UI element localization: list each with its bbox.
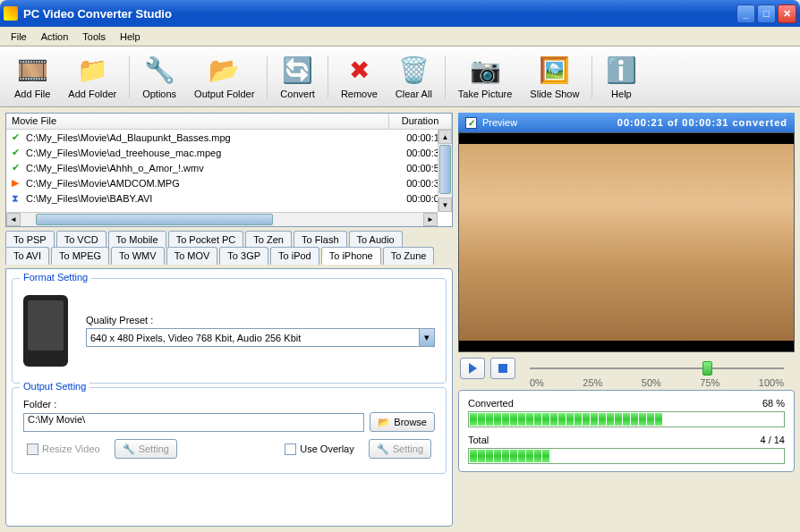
tab-to-flash[interactable]: To Flash bbox=[294, 231, 347, 248]
menu-tools[interactable]: Tools bbox=[75, 30, 113, 44]
preview-status: 00:00:21 of 00:00:31 converted bbox=[617, 117, 787, 128]
file-list[interactable]: Movie File Duration ✔C:\My_Files\Movie\A… bbox=[5, 113, 453, 227]
tab-to-mobile[interactable]: To Mobile bbox=[108, 231, 166, 248]
status-icon: ✔ bbox=[8, 162, 22, 174]
add-folder-button[interactable]: 📁Add Folder bbox=[59, 51, 125, 103]
tab-to-vcd[interactable]: To VCD bbox=[56, 231, 106, 248]
tab-to-mpeg[interactable]: To MPEG bbox=[51, 247, 109, 265]
wrench-icon: 🔧 bbox=[123, 443, 135, 455]
minimize-button[interactable]: _ bbox=[736, 4, 755, 23]
slideshow-icon: 🖼️ bbox=[539, 55, 571, 87]
tab-to-zen[interactable]: To Zen bbox=[245, 231, 292, 248]
chevron-down-icon: ▾ bbox=[419, 329, 434, 346]
preview-checkbox[interactable]: ✓ bbox=[465, 117, 477, 129]
remove-button[interactable]: ✖Remove bbox=[332, 51, 387, 103]
app-icon bbox=[4, 6, 18, 21]
table-row[interactable]: ⧗C:\My_Files\Movie\BABY.AVI00:00:04 bbox=[6, 190, 452, 206]
table-row[interactable]: ✔C:\My_Files\Movie\Ahhh_o_Amor_!.wmv00:0… bbox=[6, 160, 452, 175]
file-name: C:\My_Files\Movie\AMDCOM.MPG bbox=[24, 178, 389, 189]
separator bbox=[445, 55, 446, 98]
menu-help[interactable]: Help bbox=[113, 30, 148, 44]
tab-to-psp[interactable]: To PSP bbox=[5, 231, 55, 248]
folder-icon: 📁 bbox=[76, 55, 108, 87]
format-legend: Format Setting bbox=[20, 272, 91, 283]
window-title: PC Video Converter Studio bbox=[23, 7, 736, 21]
stop-icon bbox=[498, 364, 507, 373]
status-icon: ✔ bbox=[8, 131, 22, 144]
take-picture-button[interactable]: 📷Take Picture bbox=[449, 51, 522, 103]
col-duration[interactable]: Duration bbox=[389, 114, 452, 129]
play-button[interactable] bbox=[460, 358, 485, 379]
menu-file[interactable]: File bbox=[4, 30, 34, 44]
folder-label: Folder : bbox=[23, 399, 435, 410]
remove-icon: ✖ bbox=[343, 55, 375, 87]
output-folder-button[interactable]: 📂Output Folder bbox=[185, 51, 263, 103]
status-icon: ▶ bbox=[8, 177, 22, 190]
titlebar: PC Video Converter Studio _ □ ✕ bbox=[0, 0, 800, 27]
separator bbox=[129, 55, 130, 98]
format-setting-group: Format Setting Quality Preset : 640 x 48… bbox=[12, 278, 447, 384]
tab-to-pocket-pc[interactable]: To Pocket PC bbox=[168, 231, 244, 248]
toolbar: 🎞️Add File 📁Add Folder 🔧Options 📂Output … bbox=[0, 46, 800, 107]
output-setting-group: Output Setting Folder : C:\My Movie\ 📂Br… bbox=[12, 387, 447, 474]
tab-to-iphone[interactable]: To iPhone bbox=[321, 247, 381, 265]
maximize-button[interactable]: □ bbox=[757, 4, 776, 23]
col-movie-file[interactable]: Movie File bbox=[6, 114, 389, 129]
tab-to-zune[interactable]: To Zune bbox=[383, 247, 435, 265]
close-button[interactable]: ✕ bbox=[778, 4, 796, 23]
use-overlay-checkbox[interactable]: Use Overlay bbox=[285, 443, 354, 455]
overlay-setting-button: 🔧Setting bbox=[369, 439, 431, 459]
output-folder-input[interactable]: C:\My Movie\ bbox=[23, 413, 364, 432]
folder-open-icon: 📂 bbox=[378, 417, 390, 428]
tab-to-wmv[interactable]: To WMV bbox=[111, 247, 165, 265]
file-name: C:\My_Files\Movie\Ad_Blaupunkt_Basses.mp… bbox=[24, 132, 389, 143]
tab-to-mov[interactable]: To MOV bbox=[166, 247, 218, 265]
tab-to-ipod[interactable]: To iPod bbox=[270, 247, 319, 265]
table-row[interactable]: ✔C:\My_Files\Movie\ad_treehouse_mac.mpeg… bbox=[6, 145, 452, 160]
help-button[interactable]: ℹ️Help bbox=[596, 51, 646, 103]
file-list-header: Movie File Duration bbox=[6, 114, 452, 130]
slide-show-button[interactable]: 🖼️Slide Show bbox=[521, 51, 588, 103]
output-folder-icon: 📂 bbox=[209, 55, 241, 87]
file-name: C:\My_Files\Movie\Ahhh_o_Amor_!.wmv bbox=[24, 163, 389, 173]
total-label: Total bbox=[468, 435, 489, 445]
converted-value: 68 % bbox=[762, 398, 785, 409]
menu-action[interactable]: Action bbox=[34, 30, 76, 44]
browse-button[interactable]: 📂Browse bbox=[370, 412, 435, 432]
resize-setting-button: 🔧Setting bbox=[115, 439, 177, 459]
film-icon: 🎞️ bbox=[16, 55, 48, 87]
help-icon: ℹ️ bbox=[605, 55, 637, 87]
wrench-icon: 🔧 bbox=[377, 443, 389, 455]
options-button[interactable]: 🔧Options bbox=[133, 51, 185, 103]
scrollbar-horizontal[interactable]: ◄► bbox=[6, 212, 438, 226]
separator bbox=[591, 55, 592, 98]
stop-button[interactable] bbox=[490, 358, 515, 379]
tab-to-avi[interactable]: To AVI bbox=[5, 247, 49, 265]
device-iphone-icon bbox=[23, 295, 68, 367]
separator bbox=[267, 55, 268, 98]
convert-button[interactable]: 🔄Convert bbox=[271, 51, 324, 103]
status-icon: ✔ bbox=[8, 147, 22, 159]
total-value: 4 / 14 bbox=[760, 435, 785, 445]
quality-preset-select[interactable]: 640 x 480 Pixels, Video 768 Kbit, Audio … bbox=[86, 328, 435, 347]
file-name: C:\My_Files\Movie\BABY.AVI bbox=[24, 193, 389, 204]
clear-icon: 🗑️ bbox=[397, 55, 430, 87]
tab-to-audio[interactable]: To Audio bbox=[349, 231, 403, 248]
separator bbox=[328, 55, 328, 98]
status-icon: ⧗ bbox=[8, 192, 22, 205]
progress-panel: Converted 68 % Total 4 / 14 bbox=[458, 390, 795, 472]
scrollbar-vertical[interactable]: ▲▼ bbox=[438, 130, 452, 212]
table-row[interactable]: ✔C:\My_Files\Movie\Ad_Blaupunkt_Basses.m… bbox=[6, 130, 452, 145]
output-legend: Output Setting bbox=[20, 381, 89, 392]
menubar: File Action Tools Help bbox=[0, 27, 800, 46]
clear-all-button[interactable]: 🗑️Clear All bbox=[387, 51, 441, 103]
table-row[interactable]: ▶C:\My_Files\Movie\AMDCOM.MPG00:00:31 bbox=[6, 175, 452, 190]
converted-label: Converted bbox=[468, 398, 514, 409]
add-file-button[interactable]: 🎞️Add File bbox=[5, 51, 59, 103]
seek-slider[interactable]: 0%25%50%75%100% bbox=[530, 359, 784, 377]
quality-preset-label: Quality Preset : bbox=[86, 315, 435, 325]
file-name: C:\My_Files\Movie\ad_treehouse_mac.mpeg bbox=[24, 148, 389, 158]
play-icon bbox=[469, 363, 477, 374]
resize-video-checkbox: Resize Video bbox=[27, 443, 100, 455]
tab-to-3gp[interactable]: To 3GP bbox=[219, 247, 268, 265]
